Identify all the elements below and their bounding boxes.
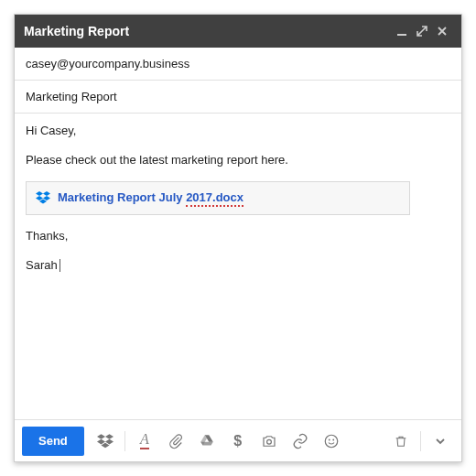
body-thanks: Thanks,	[26, 228, 450, 244]
compose-window: Marketing Report casey@yourcompany.busin…	[14, 14, 462, 462]
insert-money-button[interactable]: $	[224, 427, 252, 456]
attach-file-button[interactable]	[162, 427, 189, 456]
insert-drive-button[interactable]	[193, 427, 221, 456]
dollar-icon: $	[233, 433, 242, 449]
window-title: Marketing Report	[24, 24, 129, 38]
toolbar-separator	[420, 431, 421, 451]
body-greeting: Hi Casey,	[26, 123, 450, 139]
insert-emoji-button[interactable]	[318, 427, 345, 456]
title-bar: Marketing Report	[15, 15, 461, 48]
text-cursor	[60, 259, 60, 272]
subject-text: Marketing Report	[26, 90, 117, 103]
dropbox-icon	[36, 190, 50, 205]
send-button[interactable]: Send	[22, 427, 84, 456]
attachment-filename: Marketing Report July 2017.docx	[58, 189, 243, 206]
format-a-icon: A	[140, 432, 149, 449]
svg-point-1	[266, 439, 271, 444]
paperclip-icon	[168, 433, 184, 449]
compose-toolbar: Send A $	[15, 419, 461, 461]
body-signature: Sarah	[26, 257, 450, 274]
format-button[interactable]: A	[131, 427, 158, 456]
close-button[interactable]	[432, 21, 452, 41]
popout-icon	[416, 26, 427, 37]
link-icon	[291, 432, 309, 450]
camera-icon	[261, 433, 277, 449]
body-line1: Please check out the latest marketing re…	[26, 152, 450, 168]
trash-icon	[394, 434, 408, 449]
toolbar-separator	[124, 431, 125, 451]
insert-photo-button[interactable]	[255, 427, 283, 456]
minimize-button[interactable]	[392, 21, 412, 41]
svg-point-4	[332, 438, 334, 440]
attachment-chip[interactable]: Marketing Report July 2017.docx	[26, 181, 410, 214]
insert-link-button[interactable]	[287, 427, 314, 456]
drive-icon	[199, 433, 215, 449]
recipient-text: casey@yourcompany.business	[26, 57, 189, 70]
chevron-down-icon	[435, 436, 446, 447]
close-icon	[437, 26, 448, 37]
subject-field[interactable]: Marketing Report	[15, 81, 461, 114]
dropbox-insert-button[interactable]	[92, 427, 119, 456]
popout-button[interactable]	[412, 21, 432, 41]
to-field[interactable]: casey@yourcompany.business	[15, 48, 461, 81]
svg-rect-0	[397, 34, 406, 36]
dropbox-icon	[97, 433, 114, 449]
svg-point-3	[329, 438, 330, 440]
emoji-icon	[323, 433, 340, 449]
svg-point-2	[325, 435, 338, 448]
message-body[interactable]: Hi Casey, Please check out the latest ma…	[15, 114, 461, 419]
discard-draft-button[interactable]	[387, 427, 415, 456]
minimize-icon	[396, 26, 407, 37]
more-options-button[interactable]	[427, 427, 454, 456]
